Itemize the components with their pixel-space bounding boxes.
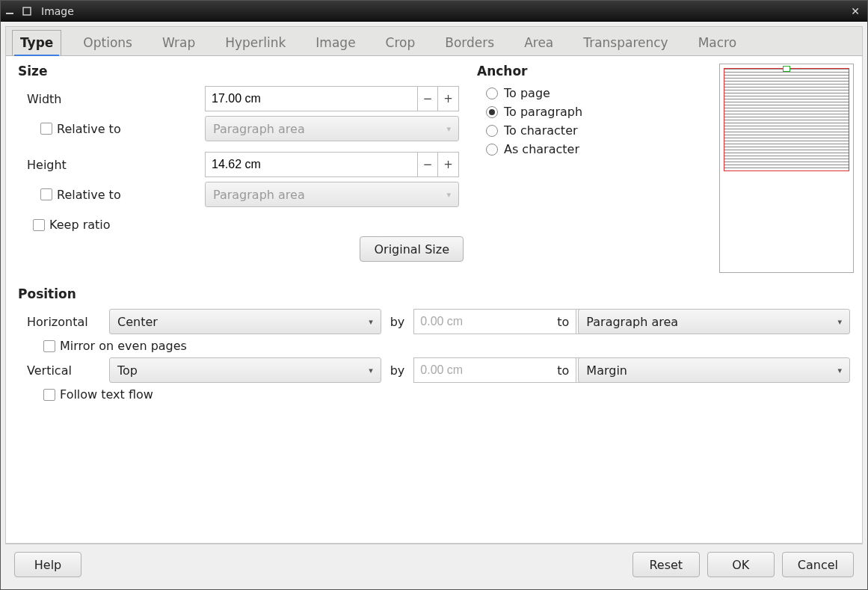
horizontal-by-spinner: − + <box>413 309 548 334</box>
by-label: by <box>390 363 405 378</box>
width-spinner: − + <box>205 86 459 111</box>
vertical-label: Vertical <box>18 363 100 378</box>
anchor-as-character[interactable]: As character <box>486 142 701 156</box>
vertical-align-value: Top <box>117 363 138 378</box>
horizontal-ref-dropdown[interactable]: Paragraph area ▾ <box>578 309 850 334</box>
tab-macro[interactable]: Macro <box>690 30 745 55</box>
follow-text-flow-checkbox[interactable] <box>43 389 55 401</box>
mirror-label: Mirror on even pages <box>60 339 187 353</box>
horizontal-label: Horizontal <box>18 315 100 329</box>
tab-options[interactable]: Options <box>75 30 141 55</box>
minimize-icon[interactable] <box>5 7 16 15</box>
height-label: Height <box>18 158 197 172</box>
width-relative-value: Paragraph area <box>213 122 305 136</box>
vertical-ref-dropdown[interactable]: Margin ▾ <box>578 357 850 383</box>
chevron-down-icon: ▾ <box>369 317 373 327</box>
content-frame: Type Options Wrap Hyperlink Image Crop B… <box>1 22 867 589</box>
preview-section <box>719 64 854 273</box>
cancel-button[interactable]: Cancel <box>782 552 854 577</box>
horizontal-align-value: Center <box>117 315 158 329</box>
position-heading: Position <box>18 286 850 301</box>
tab-bar: Type Options Wrap Hyperlink Image Crop B… <box>5 26 863 56</box>
anchor-to-character-label: To character <box>504 123 578 138</box>
size-heading: Size <box>18 64 459 79</box>
titlebar: Image ✕ <box>1 1 867 22</box>
original-size-button[interactable]: Original Size <box>360 236 464 262</box>
tab-wrap[interactable]: Wrap <box>154 30 203 55</box>
radio-icon <box>486 87 498 99</box>
height-input[interactable] <box>205 152 417 177</box>
width-relative-dropdown[interactable]: Paragraph area ▾ <box>205 116 459 141</box>
height-relative-label: Relative to <box>57 188 121 202</box>
svg-rect-1 <box>23 7 31 15</box>
height-relative-value: Paragraph area <box>213 188 305 202</box>
horizontal-by-input <box>413 309 576 334</box>
anchor-as-character-label: As character <box>504 142 579 156</box>
type-panel: Size Width − + Relative to <box>5 56 863 544</box>
anchor-to-paragraph[interactable]: To paragraph <box>486 105 701 119</box>
width-relative-label: Relative to <box>57 122 121 136</box>
anchor-handle-icon <box>783 66 790 72</box>
tab-type[interactable]: Type <box>12 30 61 55</box>
vertical-ref-value: Margin <box>586 363 627 378</box>
vertical-by-input <box>413 357 576 383</box>
tab-hyperlink[interactable]: Hyperlink <box>217 30 294 55</box>
width-input[interactable] <box>205 86 417 111</box>
tab-borders[interactable]: Borders <box>437 30 502 55</box>
tab-image[interactable]: Image <box>307 30 363 55</box>
maximize-icon[interactable] <box>22 7 32 16</box>
width-label: Width <box>18 92 197 106</box>
preview-image-box <box>724 68 849 171</box>
anchor-section: Anchor To page To paragraph To character <box>477 64 701 273</box>
size-section: Size Width − + Relative to <box>18 64 459 273</box>
keep-ratio-label: Keep ratio <box>49 218 111 232</box>
radio-icon <box>486 144 498 156</box>
chevron-down-icon: ▾ <box>369 366 373 375</box>
horizontal-align-dropdown[interactable]: Center ▾ <box>109 309 381 334</box>
close-icon[interactable]: ✕ <box>848 5 863 17</box>
image-dialog-window: Image ✕ Type Options Wrap Hyperlink Imag… <box>0 0 868 590</box>
width-increment[interactable]: + <box>438 86 459 111</box>
chevron-down-icon: ▾ <box>837 366 842 375</box>
anchor-to-character[interactable]: To character <box>486 123 701 138</box>
to-label: to <box>557 315 569 329</box>
follow-text-flow-label: Follow text flow <box>60 387 153 402</box>
radio-icon <box>486 106 498 118</box>
keep-ratio-checkbox[interactable] <box>33 219 45 231</box>
anchor-to-paragraph-label: To paragraph <box>504 105 582 119</box>
help-button[interactable]: Help <box>14 552 81 577</box>
height-decrement[interactable]: − <box>417 152 438 177</box>
chevron-down-icon: ▾ <box>837 317 842 327</box>
height-relative-dropdown[interactable]: Paragraph area ▾ <box>205 182 459 207</box>
ok-button[interactable]: OK <box>707 552 775 577</box>
height-increment[interactable]: + <box>438 152 459 177</box>
anchor-to-page-label: To page <box>504 86 550 100</box>
tab-area[interactable]: Area <box>516 30 561 55</box>
height-spinner: − + <box>205 152 459 177</box>
window-title: Image <box>38 5 842 17</box>
radio-icon <box>486 125 498 137</box>
dialog-button-bar: Help Reset OK Cancel <box>5 544 863 585</box>
anchor-heading: Anchor <box>477 64 701 79</box>
tab-crop[interactable]: Crop <box>378 30 424 55</box>
position-section: Position Horizontal Center ▾ by − + to <box>18 286 850 406</box>
chevron-down-icon: ▾ <box>446 190 451 200</box>
vertical-by-spinner: − + <box>413 357 548 383</box>
to-label: to <box>557 363 569 378</box>
by-label: by <box>390 315 405 329</box>
vertical-align-dropdown[interactable]: Top ▾ <box>109 357 381 383</box>
width-relative-checkbox[interactable] <box>40 123 52 135</box>
svg-rect-0 <box>6 13 13 14</box>
tab-transparency[interactable]: Transparency <box>575 30 676 55</box>
reset-button[interactable]: Reset <box>632 552 700 577</box>
height-relative-checkbox[interactable] <box>40 188 52 200</box>
preview-canvas <box>719 64 854 273</box>
chevron-down-icon: ▾ <box>446 124 451 134</box>
horizontal-ref-value: Paragraph area <box>586 315 678 329</box>
width-decrement[interactable]: − <box>417 86 438 111</box>
mirror-checkbox[interactable] <box>43 340 55 352</box>
anchor-to-page[interactable]: To page <box>486 86 701 100</box>
